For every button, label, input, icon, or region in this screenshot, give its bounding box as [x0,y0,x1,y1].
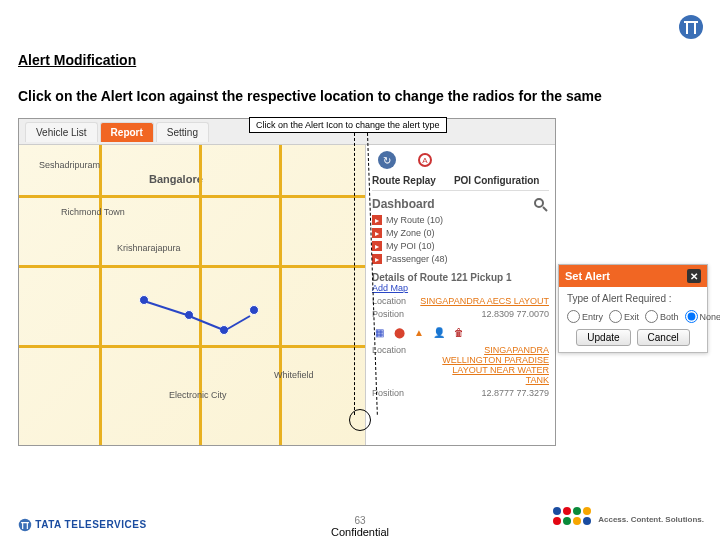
update-button[interactable]: Update [576,329,630,346]
action-icons-row: ▦ ⬤ ▲ 👤 🗑 [372,325,549,339]
side-panel: ↻ A Route Replay POI Configuration Dashb… [365,145,555,445]
position-label: Position [372,309,404,319]
accordion-item[interactable]: ▸Passenger (48) [372,254,549,264]
map-canvas[interactable]: Bangalore Seshadripuram Richmond Town Kr… [19,145,365,445]
passenger-icon[interactable]: 👤 [432,325,446,339]
svg-point-0 [679,15,703,39]
location-link[interactable]: SINGAPANDRA AECS LAYOUT [420,296,549,306]
tata-logo [678,14,704,40]
dashboard-title: Dashboard [372,197,435,211]
svg-point-7 [583,507,591,515]
position-value: 12.8309 77.0070 [481,309,549,319]
instruction-text: Click on the Alert Icon against the resp… [18,88,602,104]
delete-icon[interactable]: 🗑 [452,325,466,339]
poi-config-icon[interactable]: A [416,151,434,169]
svg-point-4 [553,507,561,515]
map-label: Krishnarajapura [117,243,181,253]
svg-point-6 [573,507,581,515]
radio-exit[interactable]: Exit [609,310,639,323]
svg-point-10 [573,517,581,525]
map-label: Whitefield [274,370,314,380]
docomo-logo [552,506,592,532]
set-alert-popup: Set Alert ✕ Type of Alert Required : Ent… [558,264,708,353]
panel-tab-poi-config[interactable]: POI Configuration [454,175,540,186]
radio-entry[interactable]: Entry [567,310,603,323]
svg-line-2 [543,207,547,211]
popup-title: Set Alert [565,270,610,282]
route-replay-icon[interactable]: ↻ [378,151,396,169]
search-icon[interactable] [533,197,549,213]
svg-point-9 [563,517,571,525]
location-label: Location [372,345,406,385]
highlight-ring [349,409,371,431]
svg-point-1 [535,199,543,207]
close-icon[interactable]: ✕ [687,269,701,283]
map-marker[interactable] [249,305,259,315]
map-label: Seshadripuram [39,160,100,170]
location-label: Location [372,296,406,306]
accordion-item[interactable]: ▸My POI (10) [372,241,549,251]
accordion-item[interactable]: ▸My Route (10) [372,215,549,225]
callout-connector [354,133,355,415]
tab-report[interactable]: Report [100,122,154,142]
section-title: Alert Modification [18,52,136,68]
radio-both[interactable]: Both [645,310,679,323]
add-map-link[interactable]: Add Map [372,283,549,293]
position-value: 12.8777 77.3279 [481,388,549,398]
cancel-button[interactable]: Cancel [637,329,690,346]
alert-icon[interactable]: ▲ [412,325,426,339]
svg-point-8 [553,517,561,525]
callout-box: Click on the Alert Icon to change the al… [249,117,447,133]
panel-tab-route-replay[interactable]: Route Replay [372,175,436,186]
poi-icon[interactable]: ⬤ [392,325,406,339]
radio-none[interactable]: None [685,310,720,323]
svg-point-11 [583,517,591,525]
map-label: Richmond Town [61,207,125,217]
app-screenshot: Click on the Alert Icon to change the al… [18,118,556,446]
city-label: Bangalore [149,173,203,185]
details-title: Details of Route 121 Pickup 1 [372,272,549,283]
tab-setting[interactable]: Setting [156,122,209,142]
popup-prompt: Type of Alert Required : [567,293,699,304]
accordion-item[interactable]: ▸My Zone (0) [372,228,549,238]
location-link[interactable]: SINGAPANDRA WELLINGTON PARADISE LAYOUT N… [439,345,549,385]
tagline: Access. Content. Solutions. [598,515,704,524]
svg-point-5 [563,507,571,515]
map-label: Electronic City [169,390,227,400]
tab-vehicle-list[interactable]: Vehicle List [25,122,98,142]
